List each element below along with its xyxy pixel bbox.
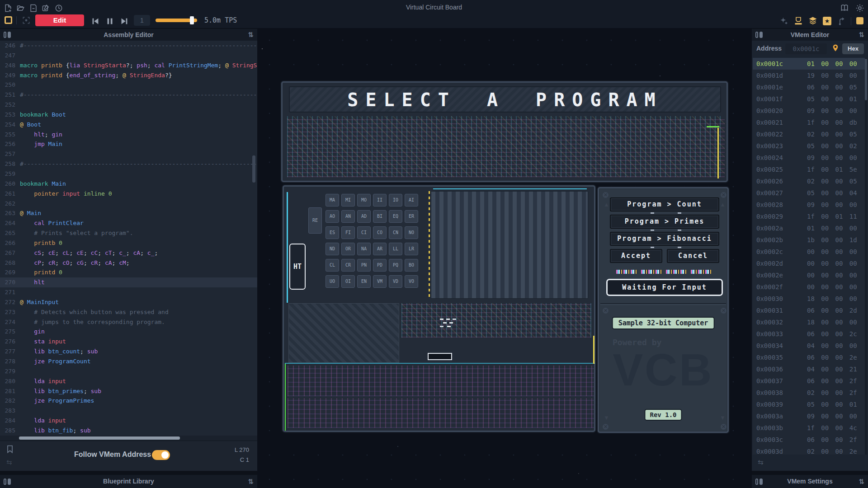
board-ht-tab[interactable]: HT [289, 244, 306, 290]
step-count-field[interactable]: 1 [134, 15, 150, 26]
address-input[interactable]: 0x0001c [785, 43, 827, 54]
code-line[interactable]: 249macro printd {end_of_string; @ String… [0, 70, 257, 80]
code-line[interactable]: 258#------------------------------------… [0, 159, 257, 169]
vmem-row[interactable]: 0x0002202 00 00 05 [753, 128, 865, 140]
vmem-row[interactable]: 0x0003b1f 00 00 4c [753, 422, 865, 434]
trace-route-icon[interactable] [837, 16, 846, 25]
vmem-row[interactable]: 0x0002705 00 00 04 [753, 187, 865, 199]
vmem-row[interactable]: 0x0003218 00 00 00 [753, 316, 865, 328]
vmem-row[interactable]: 0x0003306 00 00 2c [753, 328, 865, 340]
accept-button[interactable]: Accept [610, 249, 662, 263]
code-line[interactable]: 248macro printb {lia StringStarta?; psh;… [0, 61, 257, 70]
vmem-row[interactable]: 0x0001f05 00 00 01 [753, 93, 865, 105]
stamp-tag-icon[interactable] [794, 16, 803, 25]
vmem-row[interactable]: 0x0001e06 00 00 05 [753, 81, 865, 93]
pin-icon[interactable] [831, 44, 840, 52]
code-line[interactable]: 284 lda input [0, 416, 257, 426]
vmem-row[interactable]: 0x000291f 00 01 11 [753, 211, 865, 222]
code-line[interactable]: 272@ MainInput [0, 297, 257, 307]
code-line[interactable]: 255 hlt; gin [0, 130, 257, 140]
step-back-icon[interactable] [90, 16, 100, 26]
vmem-row[interactable]: 0x0002e00 00 00 00 [753, 269, 865, 281]
code-editor[interactable]: 246#------------------------------------… [0, 41, 257, 435]
code-line[interactable]: 281 lib btn_primes; sub [0, 386, 257, 396]
settings-gear-icon[interactable] [855, 4, 864, 13]
code-line[interactable]: 285 lib btn_fib; sub [0, 426, 257, 435]
vmem-row[interactable]: 0x0002409 00 00 00 [753, 152, 865, 164]
vmem-row[interactable]: 0x0003d02 00 00 2e [753, 446, 865, 455]
vmem-rows[interactable]: 0x0001c01 00 00 000x0001d19 00 00 000x00… [753, 58, 865, 455]
pause-icon[interactable] [105, 16, 115, 26]
code-line[interactable]: 280 lda input [0, 376, 257, 386]
code-line[interactable]: 283 [0, 406, 257, 416]
effects-sparkles-icon[interactable] [779, 16, 788, 25]
circuit-canvas[interactable]: SELECT A PROGRAM HT REMAMIMOIIIOAIAOANAD… [257, 28, 752, 488]
vmem-row[interactable]: 0x0001d19 00 00 00 [753, 70, 865, 81]
code-line[interactable]: 269 printd 0 [0, 267, 257, 277]
code-line[interactable]: 273 # Detects which button was pressed a… [0, 307, 257, 317]
panel-resize-icon[interactable]: ⇅ [859, 478, 864, 486]
layers-icon[interactable] [808, 16, 817, 25]
code-line[interactable]: 275 gin [0, 327, 257, 337]
vmem-row[interactable]: 0x0001c01 00 00 00 [753, 58, 865, 70]
editor-horizontal-scrollbar[interactable] [19, 436, 180, 440]
vmem-row[interactable]: 0x0003018 00 00 00 [753, 293, 865, 305]
vmem-row[interactable]: 0x0003404 00 00 00 [753, 340, 865, 352]
vmem-row[interactable]: 0x0003604 00 00 21 [753, 363, 865, 375]
manual-book-icon[interactable] [840, 4, 849, 13]
vmem-row[interactable]: 0x0002602 00 00 05 [753, 175, 865, 187]
code-line[interactable]: 277 lib btn_count; sub [0, 347, 257, 357]
vmem-scrollbar[interactable] [865, 59, 867, 100]
vmem-row[interactable]: 0x0002809 00 00 00 [753, 199, 865, 211]
vmem-row[interactable]: 0x0002f00 00 00 00 [753, 281, 865, 293]
pixel-tool-icon[interactable] [5, 16, 12, 24]
vmem-row[interactable]: 0x0003106 00 00 2d [753, 305, 865, 316]
code-line[interactable]: 282 jze ProgramPrimes [0, 396, 257, 406]
code-line[interactable]: 252 [0, 100, 257, 110]
code-line[interactable]: 274 # jumps to the corresponding program… [0, 317, 257, 327]
vmem-row[interactable]: 0x0002c00 00 00 00 [753, 246, 865, 258]
vmem-row[interactable]: 0x000211f 00 00 db [753, 117, 865, 128]
code-line[interactable]: 278 jze ProgramCount [0, 357, 257, 366]
code-line[interactable]: 253bookmark Boot [0, 110, 257, 120]
code-line[interactable]: 271 [0, 287, 257, 297]
follow-vmem-toggle[interactable] [152, 450, 170, 460]
code-line[interactable]: 256 jmp Main [0, 139, 257, 149]
favorites-star-icon[interactable]: ★ [823, 17, 831, 25]
vmem-row[interactable]: 0x000251f 00 01 5e [753, 164, 865, 175]
swap-arrows-icon[interactable]: ⇆ [6, 458, 12, 466]
code-line[interactable]: 270 hlt [0, 277, 257, 287]
vmem-row[interactable]: 0x0003706 00 00 2f [753, 375, 865, 387]
code-line[interactable]: 264 cal PrintClear [0, 218, 257, 228]
program-button-2[interactable]: Program > Primes [610, 215, 719, 229]
code-line[interactable]: 250 [0, 80, 257, 90]
code-line[interactable]: 246#------------------------------------… [0, 41, 257, 51]
code-line[interactable]: 279 [0, 366, 257, 376]
code-line[interactable]: 268 cP; cR; cO; cG; cR; cA; cM; [0, 258, 257, 268]
vmem-row[interactable]: 0x0002009 00 00 00 [753, 105, 865, 117]
capture-area-icon[interactable] [22, 16, 31, 25]
panel-resize-icon[interactable]: ⇅ [859, 31, 864, 39]
code-line[interactable]: 261 pointer input inline 0 [0, 189, 257, 199]
program-button-3[interactable]: Program > Fibonacci [610, 232, 719, 246]
solid-square-icon[interactable] [856, 17, 863, 24]
code-line[interactable]: 259 [0, 169, 257, 179]
hex-toggle-button[interactable]: Hex [842, 43, 864, 54]
vmem-row[interactable]: 0x0003a09 00 00 00 [753, 410, 865, 422]
edit-mode-button[interactable]: Edit [35, 14, 84, 26]
vmem-row[interactable]: 0x0002305 00 00 02 [753, 140, 865, 152]
code-line[interactable]: 263@ Main [0, 208, 257, 218]
code-line[interactable]: 267 cS; cE; cL; cE; cC; cT; c_; cA; c_; [0, 248, 257, 258]
swap-arrows-icon[interactable]: ⇆ [758, 458, 764, 466]
code-line[interactable]: 251#------------------------------------… [0, 90, 257, 100]
panel-resize-icon[interactable]: ⇅ [248, 478, 254, 486]
vmem-row[interactable]: 0x0002a01 00 00 00 [753, 222, 865, 234]
vmem-row[interactable]: 0x0002b1b 00 00 1d [753, 234, 865, 246]
code-line[interactable]: 257 [0, 149, 257, 159]
code-line[interactable]: 247 [0, 51, 257, 61]
code-line[interactable]: 265 # Prints "select a program". [0, 228, 257, 238]
vmem-row[interactable]: 0x0003802 00 00 2f [753, 387, 865, 399]
step-forward-icon[interactable] [119, 16, 129, 26]
bookmark-icon[interactable] [5, 445, 14, 454]
vmem-row[interactable]: 0x0003905 00 00 01 [753, 399, 865, 410]
